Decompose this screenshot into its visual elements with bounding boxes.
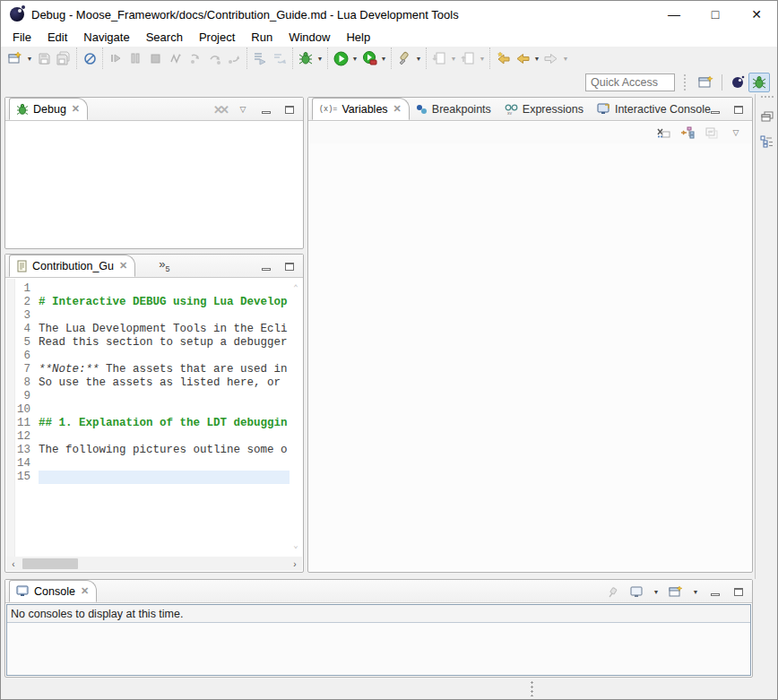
run-dropdown[interactable]: ▼ <box>350 56 359 62</box>
editor-tab-overflow[interactable]: »5 <box>159 257 169 277</box>
code-line-14[interactable]: 14 <box>15 457 290 471</box>
debug-maximize-icon[interactable] <box>281 101 298 117</box>
last-edit-location-button[interactable] <box>493 48 513 68</box>
console-body[interactable]: No consoles to display at this time. <box>6 604 751 676</box>
console-maximize-icon[interactable] <box>730 583 747 600</box>
debug-perspective-button[interactable] <box>748 73 770 92</box>
code-line-5[interactable]: 5Read this section to setup a debugger <box>15 336 290 350</box>
collapse-all-icon[interactable] <box>704 125 720 141</box>
minimize-window-button[interactable]: — <box>653 1 695 28</box>
skip-all-breakpoints-button[interactable] <box>80 48 99 68</box>
back-dropdown[interactable]: ▼ <box>532 56 541 62</box>
scroll-left-icon[interactable]: ‹ <box>6 559 21 569</box>
code-line-8[interactable]: 8So use the assets as listed here, or <box>15 376 290 390</box>
debug-minimize-icon[interactable] <box>258 101 274 117</box>
new-wizard-dropdown[interactable]: ▼ <box>25 56 34 62</box>
code-line-4[interactable]: 4The Lua Development Tools in the Ecli <box>15 323 290 336</box>
scroll-right-icon[interactable]: › <box>288 559 302 569</box>
maximize-window-button[interactable]: □ <box>695 1 736 28</box>
restore-view-icon[interactable] <box>759 108 775 125</box>
tab-contribution-guide[interactable]: Contribution_Gu ✕ <box>9 255 135 277</box>
variables-view-menu-icon[interactable]: ▽ <box>728 125 744 141</box>
status-drag-handle[interactable] <box>531 680 533 696</box>
step-return-button[interactable] <box>224 48 244 68</box>
profile-button[interactable] <box>359 48 379 68</box>
tab-variables-close-icon[interactable]: ✕ <box>393 103 402 115</box>
suspend-button[interactable] <box>125 48 145 68</box>
menu-project[interactable]: Project <box>191 29 243 46</box>
open-console-dropdown[interactable]: ▼ <box>691 589 700 595</box>
trim-drag-handle[interactable] <box>761 96 774 99</box>
tab-console[interactable]: Console ✕ <box>9 580 97 602</box>
horizontal-scroll-thumb[interactable] <box>22 558 78 569</box>
external-tools-button[interactable] <box>394 48 414 68</box>
instruction-stepping-button[interactable] <box>250 48 270 68</box>
menu-file[interactable]: File <box>4 29 39 46</box>
resume-button[interactable] <box>106 48 125 68</box>
debug-view-menu-icon[interactable]: ▽ <box>235 101 251 117</box>
code-line-2[interactable]: 2# Interactive DEBUG using Lua Develop <box>15 296 290 309</box>
editor-maximize-icon[interactable] <box>281 258 298 274</box>
profile-dropdown[interactable]: ▼ <box>379 56 388 62</box>
disconnect-button[interactable] <box>165 48 185 68</box>
code-line-6[interactable]: 6 <box>15 350 290 363</box>
code-line-13[interactable]: 13The following pictures outline some o <box>15 444 290 457</box>
tab-editor-close-icon[interactable]: ✕ <box>119 260 127 272</box>
show-type-names-icon[interactable] <box>655 125 671 141</box>
previous-annotation-dropdown[interactable]: ▼ <box>478 56 487 62</box>
menu-run[interactable]: Run <box>243 29 281 46</box>
step-over-button[interactable] <box>204 48 224 68</box>
menu-help[interactable]: Help <box>338 29 378 46</box>
outline-view-icon[interactable] <box>759 134 775 150</box>
next-annotation-button[interactable] <box>429 48 449 68</box>
forward-dropdown[interactable]: ▼ <box>561 56 570 62</box>
editor-horizontal-scrollbar[interactable]: ‹ › <box>6 557 302 571</box>
new-wizard-button[interactable] <box>5 48 25 68</box>
tab-breakpoints[interactable]: Breakpoints <box>410 98 498 120</box>
debug-dropdown[interactable]: ▼ <box>316 56 324 62</box>
remove-all-terminated-icon[interactable]: ✕✕ <box>212 101 228 117</box>
code-line-12[interactable]: 12 <box>15 430 290 444</box>
editor-minimize-icon[interactable] <box>258 258 274 274</box>
tab-variables[interactable]: (x)= Variables ✕ <box>312 98 410 120</box>
code-line-15[interactable]: 15 <box>15 471 290 484</box>
tab-console-close-icon[interactable]: ✕ <box>81 585 89 597</box>
display-selected-console-icon[interactable] <box>628 583 644 600</box>
forward-button[interactable] <box>541 48 561 68</box>
use-step-filters-button[interactable] <box>270 48 290 68</box>
menu-search[interactable]: Search <box>138 29 191 46</box>
close-window-button[interactable]: ✕ <box>736 1 777 28</box>
quick-access-input[interactable] <box>585 73 675 91</box>
tab-debug[interactable]: Debug ✕ <box>9 98 88 120</box>
terminate-button[interactable] <box>145 48 165 68</box>
tab-debug-close-icon[interactable]: ✕ <box>72 103 80 115</box>
run-button[interactable] <box>331 48 350 68</box>
pin-console-icon[interactable] <box>605 583 621 600</box>
code-line-9[interactable]: 9 <box>15 390 290 403</box>
scroll-down-icon[interactable]: ⌄ <box>293 540 298 553</box>
menu-window[interactable]: Window <box>281 29 338 46</box>
lua-perspective-button[interactable] <box>727 73 748 92</box>
code-line-3[interactable]: 3 <box>15 309 290 323</box>
code-line-10[interactable]: 10 <box>15 403 290 417</box>
next-annotation-dropdown[interactable]: ▼ <box>449 56 458 62</box>
scroll-up-icon[interactable]: ⌃ <box>293 282 298 296</box>
display-console-dropdown[interactable]: ▼ <box>652 589 661 595</box>
previous-annotation-button[interactable] <box>458 48 478 68</box>
annotation-ruler[interactable] <box>6 279 15 557</box>
code-line-1[interactable]: 1 <box>15 282 290 296</box>
code-line-7[interactable]: 7**Note:** The assets that are used in <box>15 363 290 376</box>
tab-interactive-console[interactable]: Interactive Console <box>591 98 718 120</box>
menu-navigate[interactable]: Navigate <box>75 29 137 46</box>
editor-vertical-scrollbar[interactable]: ⌃ ⌄ <box>290 279 302 557</box>
variables-maximize-icon[interactable] <box>730 101 747 117</box>
debug-button[interactable] <box>296 48 316 68</box>
console-minimize-icon[interactable] <box>707 583 723 600</box>
variables-view-body[interactable] <box>309 143 751 571</box>
save-all-button[interactable] <box>54 48 73 68</box>
step-into-button[interactable] <box>185 48 204 68</box>
show-logical-structures-icon[interactable] <box>679 125 696 141</box>
open-console-icon[interactable] <box>668 583 684 600</box>
back-button[interactable] <box>513 48 532 68</box>
code-editor[interactable]: 12# Interactive DEBUG using Lua Develop3… <box>6 279 302 557</box>
